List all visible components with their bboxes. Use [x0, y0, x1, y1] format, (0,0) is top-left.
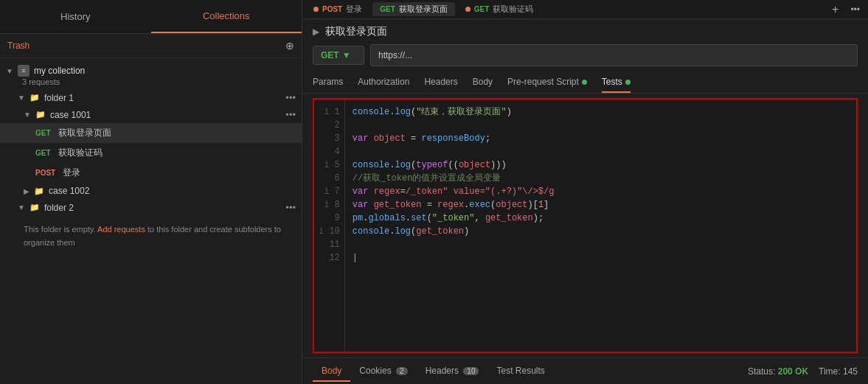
add-tab-button[interactable]: +: [827, 3, 843, 16]
code-line-10: console.log(get_token): [353, 225, 849, 238]
status-label: Status: 200 OK: [748, 366, 808, 377]
chevron-down-icon: ▼: [18, 94, 25, 102]
tab-params-label: Params: [313, 77, 343, 87]
code-line-5: console.log(typeof((object))): [353, 158, 849, 172]
more-tabs-button[interactable]: •••: [846, 4, 864, 15]
code-content: console.log("结束，获取登录页面") var object = re…: [345, 100, 856, 352]
bottom-tab-body-label: Body: [322, 366, 341, 376]
chevron-down-icon: ▼: [6, 67, 13, 75]
tab-authorization-label: Authorization: [358, 77, 409, 87]
bottom-tab-headers[interactable]: Headers 10: [417, 361, 488, 382]
tab-headers[interactable]: Headers: [424, 72, 457, 93]
page-title: 获取登录页面: [325, 25, 387, 38]
tab-tests[interactable]: Tests: [602, 72, 631, 93]
bottom-tabs: Body Cookies 2 Headers 10 Test Results S…: [302, 357, 868, 384]
req-tab-login[interactable]: POST 登录: [306, 2, 369, 16]
code-line-4: [353, 145, 849, 158]
req-tab-login-page[interactable]: GET 获取登录页面: [372, 2, 455, 16]
request-label-login-page: 获取登录页面: [58, 127, 111, 139]
tab-params[interactable]: Params: [313, 72, 343, 93]
chevron-right-icon: ▶: [313, 27, 319, 37]
right-panel: POST 登录 GET 获取登录页面 GET 获取验证码 + ••• ▶ 获取登…: [302, 0, 868, 384]
code-editor[interactable]: i 1 2 3 4 i 5 6 i 7 i 8 9 i 10 11 12 con…: [313, 98, 858, 353]
get-method-label: GET: [380, 5, 395, 13]
url-bar: GET ▼: [302, 44, 868, 72]
line-numbers: i 1 2 3 4 i 5 6 i 7 i 8 9 i 10 11 12: [314, 100, 345, 352]
folder-1-row[interactable]: ▼ 📁 folder 1 •••: [0, 89, 302, 106]
folder-2-name: folder 2: [44, 203, 74, 213]
sidebar-tree: ▼ ≡ my collection 3 requests ▼ 📁 folder …: [0, 58, 302, 384]
collection-icon: ≡: [18, 65, 29, 77]
method-get-badge: GET: [32, 148, 54, 158]
bottom-tab-cookies-label: Cookies: [359, 366, 391, 376]
code-line-2: [353, 119, 849, 132]
empty-folder-message: This folder is empty. Add requests to th…: [0, 216, 302, 256]
api-tabs: Params Authorization Headers Body Pre-re…: [302, 72, 868, 94]
bottom-tab-test-results-label: Test Results: [496, 366, 544, 376]
get-method-label: GET: [474, 5, 490, 13]
time-label: Time: 145: [819, 366, 858, 377]
tab-authorization[interactable]: Authorization: [358, 72, 409, 93]
request-item-captcha[interactable]: GET 获取验证码: [0, 143, 302, 163]
bottom-tab-body[interactable]: Body: [313, 361, 350, 382]
method-select[interactable]: GET ▼: [313, 46, 364, 65]
case-1001-menu[interactable]: •••: [285, 109, 296, 120]
bottom-tab-headers-label: Headers: [426, 366, 459, 376]
post-method-label: POST: [322, 5, 342, 13]
tab-collections[interactable]: Collections: [151, 0, 302, 33]
cookies-badge: 2: [396, 367, 408, 375]
case-1001-header[interactable]: ▼ 📁 case 1001 •••: [0, 106, 302, 123]
request-label-login: 登录: [63, 167, 80, 179]
case-icon: 📁: [35, 110, 46, 119]
request-item-login-page[interactable]: GET 获取登录页面: [0, 123, 302, 143]
folder-1-menu[interactable]: •••: [285, 92, 296, 103]
dot-icon: [625, 80, 631, 85]
code-line-1: console.log("结束，获取登录页面"): [353, 105, 849, 119]
case-icon: 📁: [34, 186, 44, 196]
bottom-tab-cookies[interactable]: Cookies 2: [350, 361, 416, 382]
case-1001-name: case 1001: [50, 110, 91, 120]
collection-count: 3 requests: [0, 77, 302, 86]
trash-button[interactable]: Trash: [7, 41, 29, 51]
code-line-8: var get_token = regex.exec(object)[1]: [353, 198, 849, 212]
method-post-badge: POST: [32, 168, 58, 178]
method-label: GET: [321, 50, 339, 60]
req-tab-login-page-label: 获取登录页面: [399, 4, 448, 15]
tab-body-label: Body: [473, 77, 493, 87]
req-tab-captcha[interactable]: GET 获取验证码: [458, 2, 541, 16]
add-collection-button[interactable]: ⊕: [285, 40, 294, 52]
case-1002-header[interactable]: ▶ 📁 case 1002: [0, 183, 302, 199]
request-tabs-row: POST 登录 GET 获取登录页面 GET 获取验证码 + •••: [302, 0, 868, 19]
chevron-down-icon: ▼: [24, 111, 31, 119]
headers-badge: 10: [463, 367, 479, 375]
folder-icon: 📁: [29, 93, 40, 102]
req-tab-captcha-label: 获取验证码: [493, 4, 533, 15]
status-area: Status: 200 OK Time: 145: [748, 366, 858, 377]
tab-tests-label: Tests: [602, 77, 622, 87]
code-area: i 1 2 3 4 i 5 6 i 7 i 8 9 i 10 11 12 con…: [302, 94, 868, 357]
bottom-tab-test-results[interactable]: Test Results: [487, 361, 553, 382]
req-tab-login-label: 登录: [346, 4, 362, 15]
page-title-bar: ▶ 获取登录页面: [302, 19, 868, 44]
sidebar-tabs: History Collections: [0, 0, 302, 34]
sidebar-toolbar: Trash ⊕: [0, 34, 302, 58]
url-input[interactable]: [370, 44, 858, 66]
add-requests-link[interactable]: Add requests: [97, 225, 145, 234]
tab-pre-request[interactable]: Pre-request Script: [507, 72, 587, 93]
folder-2-row[interactable]: ▼ 📁 folder 2 •••: [0, 199, 302, 216]
folder-2-menu[interactable]: •••: [285, 202, 296, 213]
case-1002-name: case 1002: [49, 186, 89, 196]
tab-pre-request-label: Pre-request Script: [507, 77, 579, 87]
tab-history[interactable]: History: [0, 0, 151, 33]
tab-body[interactable]: Body: [473, 72, 493, 93]
folder-icon: 📁: [29, 203, 40, 212]
code-line-11: [353, 238, 849, 251]
dot-icon: [465, 7, 471, 12]
code-line-6: //获取_token的值并设置成全局变量: [353, 172, 849, 185]
chevron-right-icon: ▶: [24, 187, 29, 195]
request-item-login[interactable]: POST 登录: [0, 163, 302, 183]
collection-name: my collection: [34, 66, 85, 76]
dropdown-icon: ▼: [342, 50, 351, 60]
time-value: 145: [843, 366, 858, 377]
code-line-12: |: [353, 251, 849, 265]
